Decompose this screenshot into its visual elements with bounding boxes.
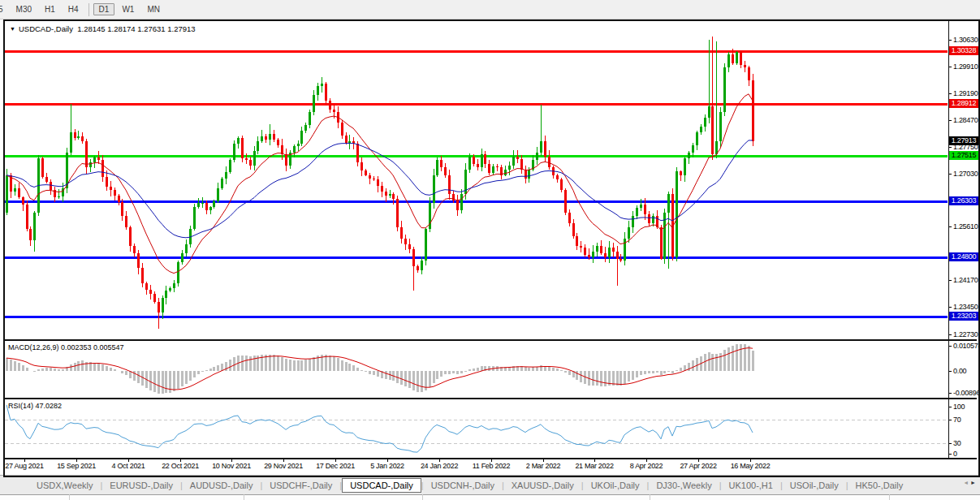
candle-body [106,177,108,188]
dropdown-icon[interactable]: ▼ [10,26,15,32]
candle-body [548,157,550,168]
level-line-1.26303[interactable] [5,200,948,203]
candle-body [50,182,52,190]
candle-body [440,160,443,167]
main-chart-canvas[interactable] [0,21,948,339]
candle-body [133,246,136,253]
status-strip-divider [244,494,244,500]
symbol-tab-usdcnh[interactable]: USDCNH-,Daily [424,478,502,493]
level-line-1.30328[interactable] [5,50,948,53]
macd-histogram [6,344,753,394]
candle-body [460,194,463,211]
candle-body [612,248,615,252]
candle-body [752,80,754,141]
candle-body [269,134,271,140]
date-label: 22 Oct 2021 [154,462,206,470]
timeframe-toolbar: 5M30H1H4D1W1MN [0,0,980,19]
symbol-tab-hk50[interactable]: HK50-,Daily [848,478,911,493]
candle-body [692,145,694,153]
candle-body [205,203,208,210]
timeframe-button-5[interactable]: 5 [0,3,9,15]
candle-body [588,255,590,256]
symbol-tab-dj30[interactable]: DJ30-,Weekly [649,478,719,493]
date-label: 11 Feb 2022 [465,462,517,470]
candle-body [732,54,734,63]
symbol-tab-usdx[interactable]: USDX,Weekly [29,478,100,493]
candle-body [727,54,730,67]
date-label: 10 Nov 2021 [205,462,257,470]
candle-body [640,205,642,208]
ma-line-13 [6,94,753,274]
candle-body [412,249,415,266]
candle-body [300,131,303,144]
candle-body [169,288,171,291]
candle-body [404,239,407,244]
rsi-name: RSI(14) [8,402,33,410]
candle-body [229,160,231,171]
candle-body [41,158,44,177]
symbol-tab-eurusd[interactable]: EURUSD-,Daily [102,478,180,493]
level-line-1.27515[interactable] [5,155,948,157]
level-badge-1.28912: 1.28912 [949,99,978,108]
candle-body [329,101,331,110]
candle-body [481,154,483,167]
candle-body [356,144,359,162]
candle-body [584,248,586,255]
timeframe-button-h1[interactable]: H1 [39,3,61,15]
level-line-1.28912[interactable] [5,103,948,106]
timeframe-button-d1[interactable]: D1 [93,3,115,15]
timeframe-button-w1[interactable]: W1 [116,3,140,15]
macd-panel-canvas[interactable] [0,341,948,398]
candle-body [14,188,16,192]
candle-body [348,141,351,142]
candle-body [369,175,371,179]
rsi-panel-canvas[interactable] [0,399,948,458]
status-strip-divider [422,494,423,500]
symbol-tab-usdcad[interactable]: USDCAD-,Daily [342,478,421,493]
candle-body [528,170,530,179]
symbol-tab-ukoil[interactable]: UKOil-,Daily [584,478,647,493]
candle-body [217,188,219,201]
tab-scroll-right-icon[interactable]: ► [970,480,978,485]
candle-body [245,158,248,160]
ma-line-34 [6,140,753,238]
candle-body [723,67,726,112]
candle-body [81,136,84,142]
symbol-tab-usoil[interactable]: USOil-,Daily [783,478,846,493]
candle-body [360,162,363,170]
status-strip-divider [889,494,890,500]
candle-body [444,167,447,175]
candle-body [125,216,127,227]
level-line-1.24800[interactable] [5,256,948,259]
candle-body [744,65,746,67]
timeframe-button-mn[interactable]: MN [141,3,166,15]
candle-body [572,223,575,236]
symbol-tab-audusd[interactable]: AUDUSD-,Daily [183,478,261,493]
candle-body [197,203,200,206]
timeframe-button-h4[interactable]: H4 [63,3,84,15]
indicator-axis-label: 0.00 [953,367,966,375]
status-strip-divider [650,494,650,500]
timeframe-button-m30[interactable]: M30 [11,3,37,15]
candle-body [137,253,140,268]
candle-body [596,246,598,252]
symbol-tab-uk100[interactable]: UK100-,H1 [722,478,780,493]
symbol-tab-usdchf[interactable]: USDCHF-,Daily [262,478,339,493]
candle-body [165,291,167,298]
date-label: 29 Nov 2021 [257,462,309,470]
candle-body [33,213,36,240]
tab-scroll-left-icon[interactable]: ◄ [963,480,970,485]
candle-body [632,216,634,227]
candle-body [425,229,427,261]
price-tick-label: 1.25610 [953,222,978,231]
candle-body [321,84,323,85]
date-label: 4 Oct 2021 [102,462,154,470]
level-line-1.23203[interactable] [5,316,948,318]
symbol-tab-xauusd[interactable]: XAUUSD-,Daily [504,478,581,493]
candle-body [93,157,96,162]
candle-body [684,158,686,175]
candle-body [381,186,383,192]
candle-body [576,236,578,246]
candle-body [492,166,494,173]
candle-body [173,283,175,288]
